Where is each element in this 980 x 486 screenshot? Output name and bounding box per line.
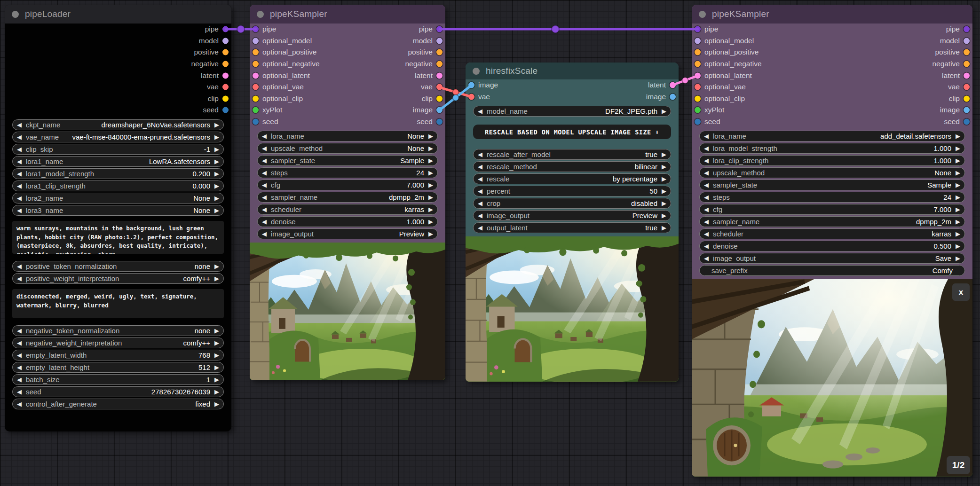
increment-arrow-icon[interactable] [214,171,219,177]
decrement-arrow-icon[interactable] [262,231,267,237]
increment-arrow-icon[interactable] [662,225,666,231]
increment-arrow-icon[interactable] [956,255,960,261]
decrement-arrow-icon[interactable] [704,145,709,151]
increment-arrow-icon[interactable] [956,219,960,225]
input-port-xyplot-icon[interactable] [695,107,701,113]
widget-scheduler[interactable]: schedulerkarras [699,228,965,239]
decrement-arrow-icon[interactable] [704,157,709,164]
widget-batch-size[interactable]: batch_size1 [12,374,224,385]
widget-lora-clip-strength[interactable]: lora_clip_strength1.000 [699,155,965,166]
widget-sampler-state[interactable]: sampler_stateSample [257,155,438,166]
collapse-dot-icon[interactable] [12,11,19,18]
close-preview-button[interactable]: x [952,283,970,301]
widget-rescale-method[interactable]: rescale_methodbilinear [473,161,671,172]
increment-arrow-icon[interactable] [956,243,960,249]
widget-empty-latent-width[interactable]: empty_latent_width768 [12,350,224,361]
decrement-arrow-icon[interactable] [17,328,22,334]
output-port-negative-icon[interactable] [964,61,970,67]
decrement-arrow-icon[interactable] [17,134,22,140]
widget-sampler-name[interactable]: sampler_namedpmpp_2m [699,216,965,227]
comfyui-canvas[interactable]: { "colors": { "wire_pipe": "#8a49dd", "w… [0,0,980,486]
widget-image-output[interactable]: image_outputPreview [257,228,438,239]
output-port-pipe-icon[interactable] [436,26,443,32]
increment-arrow-icon[interactable] [214,352,219,358]
increment-arrow-icon[interactable] [214,158,219,165]
output-port-model-icon[interactable] [436,38,443,44]
collapse-dot-icon[interactable] [473,68,480,75]
decrement-arrow-icon[interactable] [17,183,22,189]
input-port-vae-icon[interactable] [468,94,474,100]
increment-arrow-icon[interactable] [956,145,960,151]
increment-arrow-icon[interactable] [662,164,666,170]
increment-arrow-icon[interactable] [662,151,666,157]
decrement-arrow-icon[interactable] [262,145,267,151]
decrement-arrow-icon[interactable] [478,164,482,170]
increment-arrow-icon[interactable] [214,401,219,407]
input-port-latent-icon[interactable] [695,72,701,78]
input-port-vae-icon[interactable] [695,84,701,90]
widget-steps[interactable]: steps24 [699,192,965,203]
output-port-latent-icon[interactable] [222,72,229,78]
output-port-positive-icon[interactable] [964,49,970,55]
output-port-model-icon[interactable] [222,38,229,44]
output-port-image-icon[interactable] [964,107,970,113]
increment-arrow-icon[interactable] [214,340,219,346]
increment-arrow-icon[interactable] [214,389,219,395]
decrement-arrow-icon[interactable] [17,376,22,383]
input-port-pipe-icon[interactable] [695,26,701,32]
widget-lora1-model-strength[interactable]: lora1_model_strength0.200 [12,168,224,179]
decrement-arrow-icon[interactable] [17,146,22,152]
widget-sampler-state[interactable]: sampler_stateSample [699,180,965,190]
decrement-arrow-icon[interactable] [704,133,709,139]
decrement-arrow-icon[interactable] [478,200,482,206]
increment-arrow-icon[interactable] [428,206,433,212]
widget-ckpt-name[interactable]: ckpt_namedreamshaper_6NoVae.safetensors [12,119,224,130]
decrement-arrow-icon[interactable] [262,206,267,212]
widget-save-prefix[interactable]: save_prefixComfy [699,265,965,276]
decrement-arrow-icon[interactable] [17,171,22,177]
input-port-model-icon[interactable] [253,38,259,44]
widget-percent[interactable]: percent50 [473,186,671,196]
input-port-positive-icon[interactable] [695,49,701,55]
increment-arrow-icon[interactable] [662,212,666,219]
input-port-positive-icon[interactable] [253,49,259,55]
decrement-arrow-icon[interactable] [704,206,709,212]
collapse-dot-icon[interactable] [257,11,264,18]
widget-lora-name[interactable]: lora_nameNone [257,131,438,141]
widget-positive-weight-interpretation[interactable]: positive_weight_interpretationcomfy++ [12,273,224,284]
decrement-arrow-icon[interactable] [704,182,709,188]
input-port-negative-icon[interactable] [253,61,259,67]
output-port-vae-icon[interactable] [964,84,970,90]
output-port-seed-icon[interactable] [964,119,970,125]
input-port-image-icon[interactable] [468,82,474,88]
decrement-arrow-icon[interactable] [478,188,482,194]
node-pipeloader-header[interactable]: pipeLoader [5,5,231,24]
input-port-vae-icon[interactable] [253,84,259,90]
collapse-dot-icon[interactable] [699,11,706,18]
widget-output-latent[interactable]: output_latenttrue [473,222,671,233]
widget-negative-token-normalization[interactable]: negative_token_normalizationnone [12,325,224,336]
output-port-negative-icon[interactable] [222,61,229,67]
output-port-image-icon[interactable] [670,94,676,100]
output-port-seed-icon[interactable] [436,119,443,125]
input-port-model-icon[interactable] [695,38,701,44]
increment-arrow-icon[interactable] [956,206,960,212]
decrement-arrow-icon[interactable] [17,275,22,282]
positive-prompt-textarea[interactable]: warm sunrays, mountains in the backgroun… [12,221,224,254]
decrement-arrow-icon[interactable] [478,176,482,182]
widget-upscale-method[interactable]: upscale_methodNone [699,167,965,178]
increment-arrow-icon[interactable] [214,328,219,334]
increment-arrow-icon[interactable] [214,275,219,282]
increment-arrow-icon[interactable] [956,133,960,139]
increment-arrow-icon[interactable] [214,263,219,269]
node-pipeksampler-2-header[interactable]: pipeKSampler [692,5,972,24]
increment-arrow-icon[interactable] [428,133,433,139]
increment-arrow-icon[interactable] [428,145,433,151]
widget-crop[interactable]: cropdisabled [473,198,671,209]
decrement-arrow-icon[interactable] [262,157,267,164]
increment-arrow-icon[interactable] [214,207,219,213]
widget-lora3-name[interactable]: lora3_nameNone [12,205,224,216]
input-port-clip-icon[interactable] [253,95,259,102]
increment-arrow-icon[interactable] [214,134,219,140]
widget-seed[interactable]: seed278267302676039 [12,386,224,397]
